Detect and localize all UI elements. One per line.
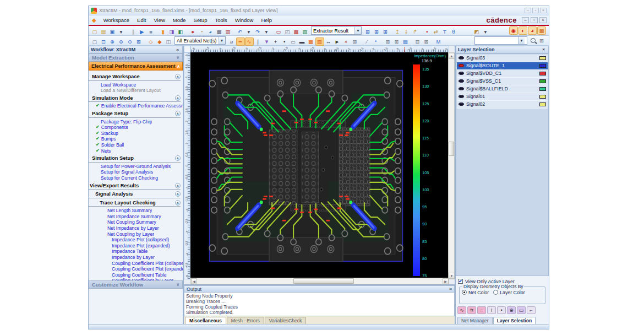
vertical-scrollbar[interactable]: ▲ ▼ (448, 52, 455, 279)
close-icon[interactable]: × (174, 47, 181, 52)
layer-row[interactable]: Signal$VDD_C1 (457, 70, 548, 78)
layer-color-swatch[interactable] (539, 72, 546, 75)
toolbar-icon[interactable]: ◩ (472, 28, 481, 36)
layer-row[interactable]: Signal$VSS_C1 (457, 78, 548, 85)
toolbar-icon[interactable]: ↥ (393, 28, 402, 36)
toolbar-icon[interactable]: θ (449, 28, 458, 36)
toolbar-icon[interactable]: ⊕ (108, 37, 117, 46)
layer-tool-icon[interactable]: ▭ (517, 306, 526, 314)
scroll-down-icon[interactable]: ▼ (449, 273, 455, 279)
pcb-canvas[interactable]: Impedance(Ohm) 136.9 1351301251201151101… (190, 52, 449, 279)
toolbar-icon[interactable] (359, 35, 363, 44)
workflow-item[interactable]: ✔ Net Impedance Summary ∧ (89, 214, 183, 220)
toolbar-icon[interactable]: ▮ (159, 28, 167, 36)
workflow-item[interactable]: ✔ Solder Ball ∧ (89, 142, 183, 148)
collapse-circle-icon[interactable]: ∧ (175, 183, 181, 188)
collapse-circle-icon[interactable]: ∧ (175, 111, 181, 116)
toolbar-icon[interactable]: ▥ (223, 28, 232, 36)
toolbar-icon[interactable]: ▧ (315, 37, 324, 46)
mdi-restore-button[interactable]: ▫ (531, 17, 538, 23)
workflow-item[interactable]: ✔ Signal Analysis ∧ (89, 191, 181, 198)
workflow-item[interactable]: ✔ Net Length Summary ∧ (89, 208, 183, 214)
toolbar-icon[interactable]: ▤ (401, 37, 410, 46)
scroll-thumb[interactable] (293, 278, 354, 284)
layer-tool-icon[interactable]: • (497, 306, 506, 314)
close-button[interactable]: × (540, 8, 547, 13)
workflow-item[interactable]: ✔ Coupling Coefficient Plot (expanded) ∧ (89, 266, 183, 272)
radio-selected-icon[interactable] (462, 290, 467, 295)
menu-item[interactable]: Mode (169, 16, 190, 24)
workflow-item[interactable]: ✔ Package Type: Flip-Chip ∧ (89, 119, 183, 125)
toolbar-icon[interactable]: ► (333, 37, 342, 46)
visibility-eye-icon[interactable] (459, 72, 464, 75)
toolbar-icon[interactable]: ▦ (307, 37, 315, 46)
collapse-circle-icon[interactable]: ∧ (175, 74, 181, 79)
toolbar-icon[interactable]: ◆ (155, 37, 164, 46)
visibility-eye-icon[interactable] (459, 79, 464, 83)
restore-button[interactable]: ▫ (532, 8, 539, 13)
layer-row[interactable]: Signal$ROUTE_1 (457, 62, 548, 70)
layer-tool-icon[interactable]: ⌐ (527, 306, 536, 314)
workflow-item[interactable]: ✔ Load Workspace ∧ (89, 82, 183, 88)
toolbar-icon[interactable]: ▣ (108, 28, 117, 36)
area-select-icon[interactable]: ⊞ (537, 36, 546, 45)
toolbar-icon[interactable]: * (372, 37, 380, 46)
output-tab[interactable]: Miscellaneous (185, 317, 226, 324)
toolbar-icon[interactable]: • (423, 28, 432, 36)
toolbar-icon[interactable]: ⊞ (381, 28, 390, 36)
toolbar-icon[interactable]: ◰ (283, 28, 292, 36)
collapse-circle-icon[interactable]: ∧ (175, 191, 181, 197)
toolbar-icon[interactable]: ∥ (129, 28, 138, 36)
toolbar-icon[interactable]: ▩ (292, 28, 301, 36)
toolbar-icon[interactable]: ◫ (164, 37, 173, 46)
collapse-circle-icon[interactable]: ∧ (175, 200, 181, 206)
radio-net-color[interactable]: Net Color (462, 290, 489, 295)
mdi-minimize-button[interactable]: – (522, 17, 529, 23)
workflow-item[interactable]: ✔ View/Export Results ∧ (89, 183, 181, 190)
toolbar-icon[interactable]: ⊙ (125, 37, 134, 46)
workflow-item[interactable]: ✔ Impedance Plot (expanded) ∧ (89, 243, 183, 249)
mdi-close-button[interactable]: × (539, 17, 547, 23)
toolbar-icon[interactable]: ━ (236, 37, 245, 46)
toolbar-icon[interactable]: ↱ (411, 28, 419, 36)
scroll-up-icon[interactable]: ▲ (449, 53, 455, 59)
section-model-extraction[interactable]: Model Extraction ∨ (89, 53, 183, 62)
output-tab[interactable]: VariablesCheck (265, 317, 307, 324)
menu-item[interactable]: Workspace (100, 16, 133, 24)
toolbar-icon[interactable] (380, 35, 384, 44)
toolbar-icon[interactable] (431, 35, 434, 44)
toolbar-icon[interactable]: ⊞ (351, 37, 359, 46)
layer-color-swatch[interactable] (539, 56, 546, 60)
layer-color-swatch[interactable] (539, 102, 546, 106)
toolbar-icon[interactable]: ▾ (117, 28, 125, 36)
collapse-circle-icon[interactable]: ∧ (175, 95, 181, 101)
side-panel-tab[interactable]: Net Manager (457, 317, 493, 324)
toolbar-icon[interactable]: ∕ (363, 37, 372, 46)
workflow-item[interactable]: ✔ Trace Layout Checking ∧ (89, 200, 181, 207)
toolbar-icon[interactable]: M (434, 37, 443, 46)
workflow-item[interactable]: ✔ Net Coupling by Layer ∧ (89, 231, 183, 237)
toolbar-icon[interactable]: ⊞ (372, 28, 381, 36)
toolbar-icon[interactable]: ∿ (245, 37, 254, 46)
toolbar-icon[interactable]: ▦ (537, 26, 546, 35)
toolbar-icon[interactable]: ■ (146, 28, 155, 36)
toolbar-icon[interactable]: ◕ (528, 26, 537, 35)
toolbar-icon[interactable] (410, 35, 413, 44)
workflow-item[interactable]: ✔ Setup for Current Checking ∧ (89, 175, 183, 181)
workflow-item[interactable]: ✔ Impedance Plot (collapsed) ∧ (89, 237, 183, 243)
chevron-down-icon[interactable]: ▼ (219, 37, 225, 44)
toolbar-icon[interactable]: × (342, 37, 351, 46)
toolbar-icon[interactable]: ◉ (509, 26, 518, 35)
layer-color-swatch[interactable] (539, 64, 546, 68)
visibility-eye-icon[interactable] (459, 87, 464, 90)
chevron-down-icon[interactable]: ▼ (354, 27, 361, 34)
toolbar-icon[interactable]: ▭ (289, 37, 298, 46)
workflow-item[interactable]: ✔ Coupling Coefficient Plot (collapsed) … (89, 261, 183, 267)
toolbar-icon[interactable]: ▢ (90, 28, 99, 36)
toolbar-icon[interactable]: ▶ (138, 28, 146, 36)
toolbar-icon[interactable]: ⊞ (392, 37, 401, 46)
horizontal-scrollbar[interactable]: ◀ ▶ (190, 278, 449, 284)
toolbar-icon[interactable]: ▾ (244, 28, 253, 36)
workflow-item[interactable]: ✔ Stackup ∧ (89, 131, 183, 137)
toolbar-icon[interactable]: + (271, 37, 280, 46)
